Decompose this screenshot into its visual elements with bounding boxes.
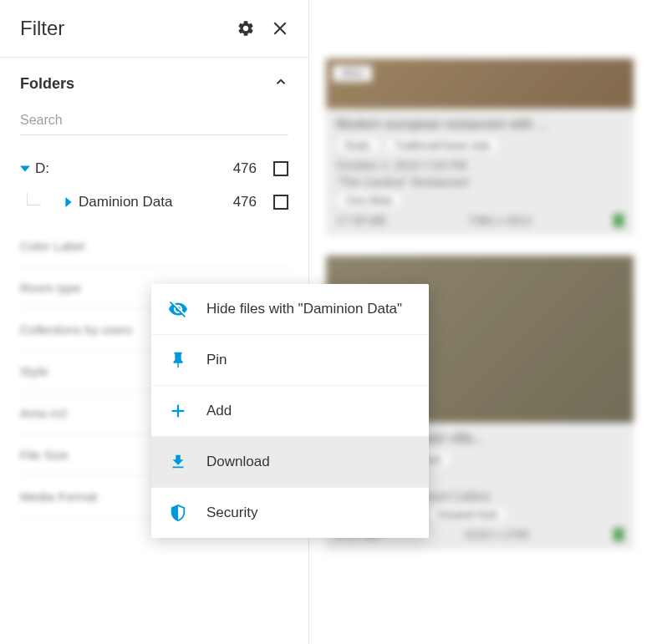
tree-checkbox[interactable] xyxy=(273,161,288,176)
triangle-right-icon xyxy=(64,197,74,207)
menu-label: Security xyxy=(206,505,257,521)
plus-icon xyxy=(168,401,188,421)
filter-row: Color Label xyxy=(20,226,288,267)
close-button[interactable] xyxy=(272,20,288,37)
folder-search-input[interactable] xyxy=(20,106,288,135)
menu-download[interactable]: Download xyxy=(151,437,429,488)
close-icon xyxy=(272,20,288,37)
gear-icon xyxy=(237,19,255,38)
menu-label: Pin xyxy=(206,352,227,368)
menu-label: Add xyxy=(206,403,232,419)
chevron-up-icon xyxy=(273,74,288,89)
folders-header[interactable]: Folders xyxy=(20,74,288,93)
menu-label: Hide files with "Daminion Data" xyxy=(206,301,402,317)
menu-label: Download xyxy=(206,454,270,470)
format-badge: JPEG xyxy=(333,65,372,82)
bookmark-icon xyxy=(614,528,624,541)
pin-icon xyxy=(168,350,188,370)
folder-tree: D: 476 Daminion Data 476 xyxy=(0,145,308,226)
settings-button[interactable] xyxy=(237,19,255,38)
menu-security[interactable]: Security xyxy=(151,488,429,538)
bookmark-icon xyxy=(614,214,624,227)
folders-title: Folders xyxy=(20,75,74,93)
shield-icon xyxy=(168,503,188,523)
tree-expand-arrow[interactable] xyxy=(20,164,30,174)
asset-title: Modern european restaurant with ... xyxy=(336,117,624,132)
tree-label: Daminion Data xyxy=(79,194,233,210)
tree-count: 476 xyxy=(233,160,257,177)
tree-label: D: xyxy=(35,160,233,177)
menu-add[interactable]: Add xyxy=(151,386,429,437)
svg-marker-3 xyxy=(65,197,71,207)
tree-expand-arrow[interactable] xyxy=(64,197,74,207)
tree-item-drive[interactable]: D: 476 xyxy=(20,152,288,185)
triangle-down-icon xyxy=(20,164,30,174)
sidebar-title: Filter xyxy=(20,17,64,40)
hide-icon xyxy=(168,299,188,319)
tree-count: 476 xyxy=(233,194,257,210)
asset-thumbnail: JPEG xyxy=(326,58,634,109)
tree-checkbox[interactable] xyxy=(273,195,288,210)
folder-context-menu: Hide files with "Daminion Data" Pin Add … xyxy=(151,284,429,538)
tree-item-folder[interactable]: Daminion Data 476 xyxy=(20,185,288,219)
asset-card: JPEG Modern european restaurant with ...… xyxy=(326,58,634,236)
svg-marker-2 xyxy=(20,165,30,171)
download-icon xyxy=(168,452,188,472)
menu-hide-files[interactable]: Hide files with "Daminion Data" xyxy=(151,284,429,335)
sidebar-header: Filter xyxy=(0,0,308,58)
folders-section: Folders xyxy=(0,58,308,145)
collapse-button[interactable] xyxy=(273,74,288,93)
menu-pin[interactable]: Pin xyxy=(151,335,429,386)
